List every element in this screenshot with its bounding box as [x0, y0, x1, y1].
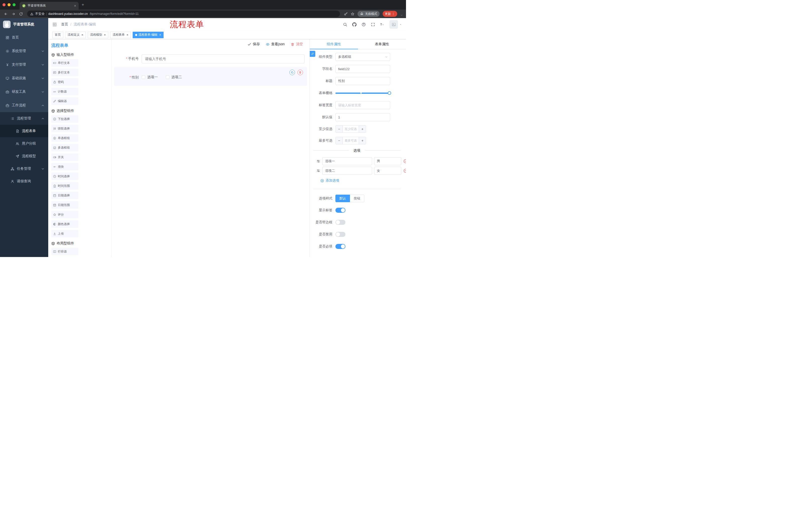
font-size-icon[interactable]: TT: [380, 22, 384, 27]
minimize-window-button[interactable]: [7, 3, 10, 6]
component-date-picker[interactable]: 日期选择: [51, 192, 78, 199]
title-input[interactable]: [336, 77, 390, 85]
field-phone[interactable]: *手机号: [114, 52, 307, 65]
component-upload[interactable]: 上传: [51, 230, 78, 237]
remove-option-button-2[interactable]: [403, 168, 406, 173]
fullscreen-icon[interactable]: [371, 22, 375, 27]
component-time-range[interactable]: 时间范围: [51, 182, 78, 190]
panel-link-handle[interactable]: [310, 51, 315, 57]
sidebar-item-process-manage[interactable]: 流程管理: [0, 112, 48, 125]
sidebar-item-infra[interactable]: 基础设施: [0, 72, 48, 85]
component-type-select[interactable]: 多选框组: [336, 53, 390, 61]
sidebar-item-task-manage[interactable]: 任务管理: [0, 162, 48, 175]
sidebar-item-leave-query[interactable]: 请假查询: [0, 175, 48, 188]
slider-handle[interactable]: [388, 91, 391, 95]
default-value-input[interactable]: [336, 113, 390, 121]
update-browser-button[interactable]: 更新: [383, 11, 397, 17]
field-gender-selected[interactable]: *性别 选项一 选项二: [114, 67, 307, 86]
tag-close-icon[interactable]: ×: [104, 33, 106, 37]
github-icon[interactable]: [352, 22, 356, 27]
sidebar-item-process-form[interactable]: 流程表单: [0, 125, 48, 137]
sidebar-item-payment[interactable]: 支付管理: [0, 58, 48, 72]
tag-1[interactable]: 流程定义×: [65, 32, 86, 38]
show-label-switch[interactable]: [336, 208, 345, 213]
component-slider[interactable]: 滑块: [51, 163, 78, 170]
field-name-input[interactable]: [336, 65, 390, 73]
component-counter[interactable]: 123计数器: [51, 88, 78, 95]
increase-button[interactable]: +: [359, 137, 366, 144]
help-icon[interactable]: [361, 22, 366, 27]
clear-button[interactable]: 清空: [291, 42, 303, 47]
back-button[interactable]: [2, 10, 9, 17]
sidebar-item-user-group[interactable]: 用户分组: [0, 137, 48, 150]
component-password[interactable]: 密码: [51, 78, 78, 86]
component-switch[interactable]: 开关: [51, 154, 78, 161]
component-time-picker[interactable]: 时间选择: [51, 172, 78, 180]
max-select-stepper-value[interactable]: [343, 137, 359, 144]
reload-button[interactable]: [18, 10, 24, 17]
option-value-input-1[interactable]: [374, 157, 401, 165]
component-radio-group[interactable]: 单选框组: [51, 134, 78, 142]
close-window-button[interactable]: [2, 3, 5, 6]
bookmark-star-icon[interactable]: [351, 12, 354, 16]
tab-form-props[interactable]: 表单属性: [358, 39, 406, 49]
search-icon[interactable]: [343, 22, 347, 27]
browser-menu-icon[interactable]: [392, 12, 395, 16]
phone-input[interactable]: [142, 54, 304, 63]
decrease-button[interactable]: −: [336, 126, 343, 133]
required-switch[interactable]: [336, 244, 345, 249]
user-avatar-menu[interactable]: [389, 20, 402, 29]
decrease-button[interactable]: −: [336, 137, 343, 144]
disabled-switch[interactable]: [336, 232, 345, 237]
tag-0[interactable]: 首页: [52, 32, 63, 38]
tag-2[interactable]: 流程模型×: [88, 32, 109, 38]
add-option-button[interactable]: 添加选项: [320, 178, 339, 183]
component-select[interactable]: 下拉选择: [51, 115, 78, 123]
tag-close-icon[interactable]: ×: [159, 33, 161, 37]
component-cascader[interactable]: 级联选择: [51, 125, 78, 132]
component-date-range[interactable]: 日期范围: [51, 201, 78, 209]
sidebar-item-system[interactable]: 系统管理: [0, 44, 48, 58]
tab-component-props[interactable]: 组件属性: [310, 39, 358, 49]
app-logo[interactable]: 芋道管理系统: [0, 18, 48, 31]
component-rate[interactable]: 评分: [51, 211, 78, 218]
sidebar-item-devtools[interactable]: 研发工具: [0, 85, 48, 99]
address-bar[interactable]: 不安全 dashboard.yudao.iocoder.cn/bpm/manag…: [27, 10, 340, 17]
view-json-button[interactable]: 查看json: [266, 42, 285, 47]
copy-field-button[interactable]: [289, 70, 295, 75]
breadcrumb-home[interactable]: 首页: [61, 22, 68, 27]
save-button[interactable]: 保存: [248, 42, 260, 47]
gender-option-1-checkbox[interactable]: 选项一: [142, 75, 158, 79]
form-grid-slider[interactable]: [336, 89, 390, 97]
delete-field-button[interactable]: [297, 70, 303, 75]
label-width-input[interactable]: [336, 101, 390, 109]
forward-button[interactable]: [10, 10, 17, 17]
border-switch[interactable]: [336, 220, 345, 225]
option-name-input-2[interactable]: [322, 167, 372, 175]
component-color-picker[interactable]: 颜色选择: [51, 220, 78, 228]
password-manager-icon[interactable]: [344, 12, 348, 16]
sidebar-item-process-model[interactable]: 流程模型: [0, 150, 48, 162]
component-single-line-text[interactable]: 单行文本: [51, 59, 78, 66]
toolbar-chevron-icon[interactable]: [400, 14, 403, 17]
tab-close-icon[interactable]: ×: [74, 4, 76, 8]
sidebar-toggle-button[interactable]: [52, 22, 57, 27]
tag-4[interactable]: 流程表单-编辑×: [133, 32, 164, 38]
remove-option-button-1[interactable]: [403, 159, 406, 163]
tag-close-icon[interactable]: ×: [126, 33, 128, 37]
browser-tab[interactable]: 芋道管理系统 ×: [20, 2, 79, 9]
new-tab-button[interactable]: +: [82, 2, 84, 7]
component-multi-line-text[interactable]: 多行文本: [51, 69, 78, 76]
sidebar-item-workflow[interactable]: 工作流程: [0, 99, 48, 112]
gender-option-2-checkbox[interactable]: 选项二: [166, 75, 182, 79]
increase-button[interactable]: +: [359, 126, 366, 133]
component-checkbox-group[interactable]: 多选框组: [51, 144, 78, 152]
style-option-default[interactable]: 默认: [336, 195, 350, 202]
option-value-input-2[interactable]: [374, 167, 401, 175]
tag-3[interactable]: 流程表单×: [110, 32, 131, 38]
min-select-stepper-value[interactable]: [343, 126, 359, 133]
zoom-window-button[interactable]: [12, 3, 16, 6]
tag-close-icon[interactable]: ×: [81, 33, 83, 37]
style-option-button[interactable]: 按钮: [350, 195, 364, 202]
option-name-input-1[interactable]: [322, 157, 372, 165]
